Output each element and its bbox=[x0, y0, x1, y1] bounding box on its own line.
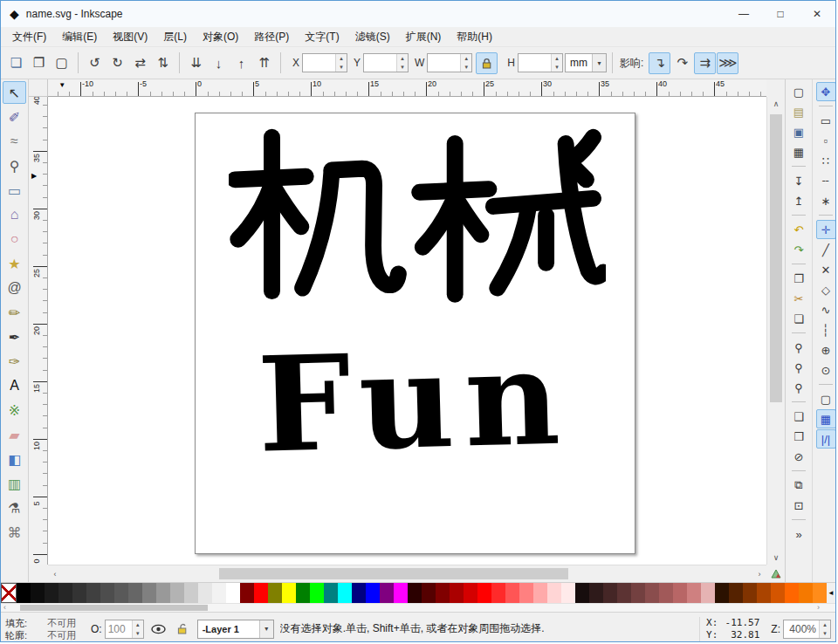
menu-edit[interactable]: 编辑(E) bbox=[54, 28, 105, 46]
text-tool[interactable]: A bbox=[3, 374, 26, 397]
snap-to-grid[interactable]: ▦ bbox=[816, 409, 836, 428]
cut[interactable]: ✂ bbox=[789, 289, 809, 308]
spin-down-icon[interactable]: ▾ bbox=[552, 63, 562, 72]
palette-swatch[interactable] bbox=[198, 583, 212, 603]
copy[interactable]: ❐ bbox=[789, 269, 809, 288]
snap-to-paths[interactable]: ╱ bbox=[816, 240, 836, 259]
scroll-up-icon[interactable]: ∧ bbox=[767, 97, 785, 111]
palette-swatch[interactable] bbox=[785, 583, 799, 603]
print-document[interactable]: ▦ bbox=[789, 142, 809, 161]
palette-swatch[interactable] bbox=[394, 583, 408, 603]
spiral-tool[interactable]: @ bbox=[3, 277, 26, 299]
units-select[interactable]: mm ▾ bbox=[565, 53, 607, 72]
palette-swatch[interactable] bbox=[813, 583, 827, 603]
palette-swatch[interactable] bbox=[617, 583, 631, 603]
palette-swatch[interactable] bbox=[268, 583, 282, 603]
scroll-right-icon[interactable]: › bbox=[752, 565, 766, 582]
palette-swatch[interactable] bbox=[464, 583, 477, 603]
snap-smooth-nodes[interactable]: ∿ bbox=[816, 300, 836, 319]
snap-to-guides[interactable]: |/| bbox=[816, 429, 836, 449]
horizontal-scrollbar-thumb[interactable] bbox=[219, 568, 568, 579]
vertical-scrollbar-thumb[interactable] bbox=[770, 114, 782, 402]
undo[interactable]: ↶ bbox=[789, 220, 809, 239]
palette-swatch[interactable] bbox=[519, 583, 533, 603]
palette-swatch[interactable] bbox=[408, 583, 422, 603]
spin-down-icon[interactable]: ▾ bbox=[133, 629, 143, 638]
deselect[interactable]: ▢ bbox=[51, 52, 72, 74]
ellipse-tool[interactable]: ○ bbox=[3, 228, 26, 250]
spin-down-icon[interactable]: ▾ bbox=[461, 63, 471, 72]
ungroup-selection[interactable]: ⊡ bbox=[789, 496, 809, 515]
palette-swatch[interactable] bbox=[575, 583, 589, 603]
select-all-layers[interactable]: ❐ bbox=[28, 52, 50, 74]
palette-swatch[interactable] bbox=[226, 583, 240, 603]
palette-swatch[interactable] bbox=[282, 583, 296, 603]
selector-tool[interactable]: ↖ bbox=[3, 81, 26, 104]
spin-up-icon[interactable]: ▴ bbox=[397, 54, 408, 63]
w-input[interactable] bbox=[428, 54, 460, 72]
palette-swatch[interactable] bbox=[142, 583, 156, 603]
menu-path[interactable]: 路径(P) bbox=[246, 28, 297, 46]
zoom-to-drawing[interactable]: ⚲ bbox=[789, 358, 809, 377]
palette-swatch[interactable] bbox=[324, 583, 338, 603]
vertical-scrollbar[interactable]: ∧ ∨ bbox=[766, 97, 785, 565]
snap-object-centers[interactable]: ⊕ bbox=[816, 340, 836, 360]
spin-down-icon[interactable]: ▾ bbox=[820, 629, 830, 638]
spin-down-icon[interactable]: ▾ bbox=[397, 63, 408, 72]
palette-swatch[interactable] bbox=[477, 583, 491, 603]
connector-tool[interactable]: ⌘ bbox=[3, 521, 26, 544]
palette-swatch[interactable] bbox=[86, 583, 100, 603]
menu-file[interactable]: 文件(F) bbox=[4, 28, 54, 46]
menu-help[interactable]: 帮助(H) bbox=[449, 28, 500, 46]
spin-up-icon[interactable]: ▴ bbox=[336, 54, 347, 63]
paste[interactable]: ❏ bbox=[789, 309, 809, 328]
palette-swatch[interactable] bbox=[757, 583, 771, 603]
canvas[interactable]: Fun bbox=[48, 97, 766, 565]
spin-down-icon[interactable]: ▾ bbox=[336, 63, 347, 72]
select-all[interactable]: ❏ bbox=[5, 52, 27, 74]
eraser-tool[interactable]: ▰ bbox=[3, 423, 26, 446]
rotate-ccw[interactable]: ↺ bbox=[84, 52, 106, 74]
rotate-cw[interactable]: ↻ bbox=[106, 52, 128, 74]
palette-scroll-right-icon[interactable]: › bbox=[817, 604, 820, 612]
zoom-to-page[interactable]: ⚲ bbox=[789, 378, 809, 397]
maximize-button[interactable]: □ bbox=[762, 1, 799, 27]
palette-swatch[interactable] bbox=[505, 583, 519, 603]
group-selection[interactable]: ⧉ bbox=[789, 476, 809, 495]
palette-swatch[interactable] bbox=[715, 583, 729, 603]
palette-swatch[interactable] bbox=[58, 583, 72, 603]
scroll-left-icon[interactable]: ‹ bbox=[48, 565, 62, 582]
pencil-tool[interactable]: ✏ bbox=[3, 301, 26, 324]
palette-swatch[interactable] bbox=[450, 583, 464, 603]
import-image[interactable]: ↧ bbox=[789, 171, 809, 190]
menu-layer[interactable]: 层(L) bbox=[155, 28, 195, 46]
new-document[interactable]: ▢ bbox=[789, 82, 809, 101]
snap-line-midpoints[interactable]: ┆ bbox=[816, 320, 836, 339]
horizontal-ruler[interactable]: ▼ -10-5051015202530354045 bbox=[48, 79, 766, 97]
palette-swatch[interactable] bbox=[100, 583, 114, 603]
menu-view[interactable]: 视图(V) bbox=[105, 28, 155, 46]
layer-select[interactable]: -Layer 1 ▾ bbox=[197, 620, 274, 639]
palette-swatch[interactable] bbox=[771, 583, 785, 603]
spin-up-icon[interactable]: ▴ bbox=[461, 54, 471, 63]
palette-swatch[interactable] bbox=[352, 583, 366, 603]
palette-scrollbar-thumb[interactable] bbox=[20, 605, 208, 611]
snap-page-border[interactable]: ▢ bbox=[816, 389, 836, 408]
palette-swatch[interactable] bbox=[422, 583, 436, 603]
horizontal-scrollbar[interactable]: ‹ › bbox=[48, 565, 766, 582]
page[interactable]: Fun bbox=[195, 113, 635, 554]
snap-enable[interactable]: ✥ bbox=[816, 82, 836, 101]
menu-text[interactable]: 文字(T) bbox=[297, 28, 347, 46]
palette-swatch[interactable] bbox=[72, 583, 86, 603]
tweak-tool[interactable]: ≈ bbox=[3, 130, 26, 153]
snap-rotation-centers[interactable]: ⊙ bbox=[816, 360, 836, 380]
h-input[interactable] bbox=[519, 54, 551, 72]
flip-horizontal[interactable]: ⇄ bbox=[129, 52, 151, 74]
menu-filters[interactable]: 滤镜(S) bbox=[347, 28, 398, 46]
save-document[interactable]: ▣ bbox=[789, 122, 809, 141]
export-image[interactable]: ↥ bbox=[789, 191, 809, 210]
spin-up-icon[interactable]: ▴ bbox=[133, 620, 143, 629]
minimize-button[interactable]: — bbox=[725, 1, 762, 27]
layer-lock-toggle[interactable] bbox=[174, 623, 191, 634]
unlink-clone[interactable]: ⊘ bbox=[789, 447, 809, 466]
